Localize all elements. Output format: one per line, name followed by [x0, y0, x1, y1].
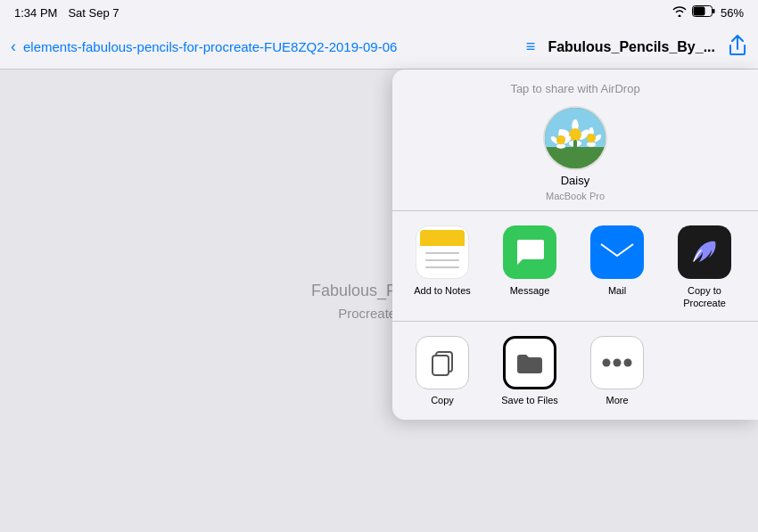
- procreate-icon: [678, 225, 731, 279]
- svg-rect-1: [713, 9, 715, 13]
- notes-lines: [420, 246, 465, 274]
- app-item-message[interactable]: Message: [494, 225, 565, 297]
- notes-line2: [425, 259, 459, 261]
- share-icon[interactable]: [728, 35, 747, 60]
- airdrop-hint: Tap to share with AirDrop: [392, 82, 758, 95]
- notes-top: [420, 230, 465, 246]
- battery-icon: [692, 5, 715, 20]
- nav-back-label[interactable]: elements-fabulous-pencils-for-procreate-…: [23, 39, 397, 54]
- nav-right-controls: ≡ Fabulous_Pencils_By_...: [526, 35, 747, 60]
- app-item-procreate[interactable]: Copy to Procreate: [669, 225, 740, 310]
- airdrop-device-name: Daisy: [561, 174, 590, 187]
- svg-point-30: [587, 143, 596, 147]
- action-item-save-to-files[interactable]: Save to Files: [494, 336, 565, 405]
- app-label-message: Message: [510, 284, 550, 297]
- app-label-procreate: Copy to Procreate: [683, 284, 726, 310]
- svg-point-31: [587, 134, 596, 143]
- app-item-mail[interactable]: Mail: [581, 225, 653, 297]
- status-time: 1:34 PM: [14, 6, 57, 20]
- action-item-copy[interactable]: Copy: [407, 336, 478, 405]
- nav-title: Fabulous_Pencils_By_...: [548, 39, 715, 55]
- action-label-more: More: [606, 395, 628, 405]
- svg-point-14: [569, 128, 581, 141]
- action-label-copy: Copy: [431, 395, 454, 405]
- notes-line1: [425, 252, 459, 254]
- save-to-files-icon: [503, 336, 556, 389]
- svg-rect-2: [693, 7, 704, 16]
- app-label-mail: Mail: [608, 284, 626, 297]
- app-item-notes[interactable]: Add to Notes: [407, 225, 478, 297]
- airdrop-device[interactable]: Daisy MacBook Pro: [543, 106, 607, 201]
- svg-rect-32: [601, 241, 633, 264]
- wifi-icon: [672, 6, 687, 20]
- status-right: 56%: [672, 5, 744, 20]
- svg-point-22: [556, 144, 565, 149]
- notes-line3: [425, 266, 459, 268]
- app-row: Add to Notes Message Mail: [392, 211, 758, 322]
- share-sheet: Tap to share with AirDrop: [392, 70, 758, 420]
- mail-icon: [590, 225, 644, 279]
- nav-bar: ‹ elements-fabulous-pencils-for-procreat…: [0, 25, 758, 70]
- app-label-notes: Add to Notes: [414, 284, 471, 297]
- back-chevron-icon: ‹: [11, 37, 16, 56]
- airdrop-device-type: MacBook Pro: [546, 191, 605, 201]
- airdrop-avatar: [543, 106, 607, 170]
- battery-percent: 56%: [721, 6, 744, 20]
- copy-icon: [416, 336, 469, 389]
- svg-point-35: [603, 358, 611, 366]
- svg-point-37: [624, 358, 632, 366]
- status-day: Sat Sep 7: [68, 6, 119, 20]
- action-item-more[interactable]: More: [581, 336, 653, 405]
- message-icon: [503, 225, 556, 279]
- more-icon: [590, 336, 644, 389]
- svg-rect-34: [433, 356, 449, 375]
- list-icon[interactable]: ≡: [526, 37, 536, 56]
- svg-rect-15: [573, 140, 577, 152]
- svg-point-24: [556, 135, 565, 144]
- status-bar: 1:34 PM Sat Sep 7 56%: [0, 0, 758, 25]
- action-label-save-to-files: Save to Files: [501, 395, 558, 405]
- airdrop-section: Tap to share with AirDrop: [392, 70, 758, 211]
- svg-point-36: [614, 358, 622, 366]
- action-row: Copy Save to Files More: [392, 322, 758, 420]
- notes-icon: [416, 225, 469, 279]
